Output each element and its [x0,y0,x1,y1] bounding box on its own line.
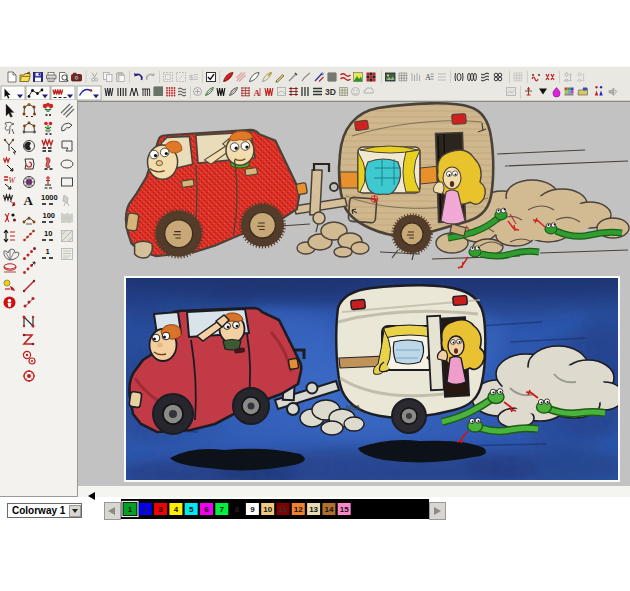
svg-text:$: $ [189,73,194,82]
svg-text:NSA: NSA [346,404,361,411]
svg-text:10: 10 [44,229,52,238]
svg-text:2: 2 [143,505,148,514]
svg-text:10: 10 [263,505,272,514]
svg-text:A: A [425,73,431,82]
svg-text:6: 6 [204,505,209,514]
svg-text:A: A [254,88,261,98]
svg-text:W: W [9,176,17,185]
svg-text:15: 15 [340,505,349,514]
svg-text:1000: 1000 [41,193,58,202]
svg-text:A: A [24,193,34,208]
svg-text:9: 9 [250,505,255,514]
svg-text:14: 14 [324,505,333,514]
svg-text:12: 12 [294,505,303,514]
svg-text:4: 4 [174,505,179,514]
svg-text:13: 13 [309,505,318,514]
svg-text:3: 3 [158,505,163,514]
svg-text:8: 8 [235,505,240,514]
svg-text:3D: 3D [325,87,336,97]
svg-text:1: 1 [46,247,50,256]
svg-text:11: 11 [279,505,288,514]
svg-text:7: 7 [220,505,225,514]
svg-text:1: 1 [128,505,133,514]
svg-text:100: 100 [43,211,56,220]
svg-text:5: 5 [189,505,194,514]
